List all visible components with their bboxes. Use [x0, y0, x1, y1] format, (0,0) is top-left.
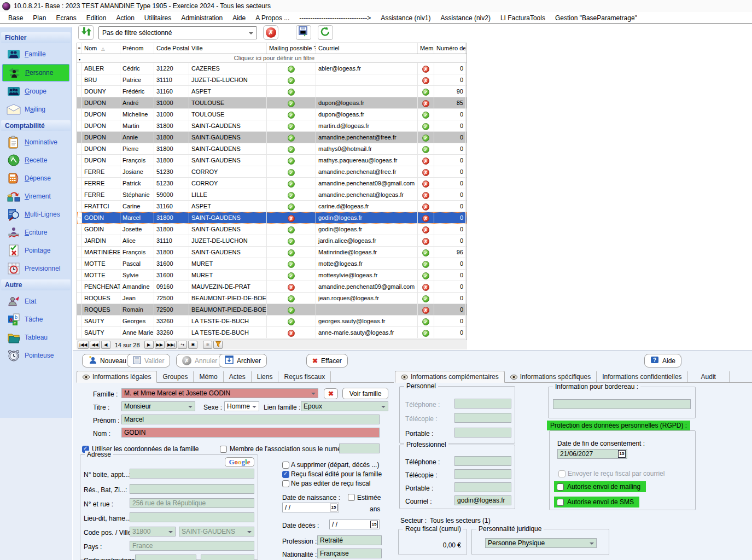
menu-item[interactable]: Assistance (niv1): [376, 13, 435, 23]
sidebar-item-etat[interactable]: Etat: [2, 293, 69, 310]
column-header-prenom[interactable]: Prénom: [120, 43, 154, 54]
voir-famille-button[interactable]: Voir famille: [342, 388, 388, 399]
filter-dropdown[interactable]: Pas de filtre sélectionné: [98, 26, 257, 39]
sidebar-item-ecriture[interactable]: Ecriture: [2, 224, 69, 241]
effacer-button[interactable]: ✖ Effacer: [306, 354, 348, 368]
tab-informations-confidentielles[interactable]: Informations confidentielles: [597, 371, 687, 382]
sidebar-item-pointeuse[interactable]: Pointeuse: [2, 347, 69, 364]
sidebar-item-depense[interactable]: Dépense: [2, 170, 69, 186]
tel-pro-field[interactable]: [454, 456, 511, 466]
autorise-sms-checkbox[interactable]: [557, 499, 564, 506]
table-row[interactable]: SAUTYAnne Marie33260LA TESTE-DE-BUCH✗ann…: [77, 327, 467, 339]
table-row[interactable]: FRATTCICarine31160ASPET✓carine.d@logeas.…: [77, 201, 467, 212]
table-row[interactable]: DUPONAnnie31800SAINT-GAUDENS✓amandine.pe…: [77, 132, 467, 143]
calendar-icon[interactable]: 15: [618, 450, 626, 458]
membre-association-checkbox[interactable]: [220, 446, 227, 453]
table-row[interactable]: PENCHENATAmandine09160MAUVEZIN-DE-PRAT✗a…: [77, 281, 467, 293]
date-naissance-field[interactable]: / /15: [282, 503, 339, 512]
sidebar-item-mailing[interactable]: Mailing: [2, 101, 69, 118]
tab-groupes[interactable]: Groupes: [157, 371, 194, 382]
fax-perso-field[interactable]: [454, 413, 511, 423]
lieu-dit-field[interactable]: [130, 512, 254, 522]
sidebar-item-nominative[interactable]: Nominative: [2, 134, 69, 150]
menu-item[interactable]: Gestion "BaseParametrage": [550, 13, 642, 23]
calendar-icon[interactable]: 15: [370, 521, 378, 528]
table-row[interactable]: JARDINAlice31110JUZET-DE-LUCHON✓jardin.a…: [77, 235, 467, 247]
menu-item[interactable]: Aide: [228, 13, 250, 23]
recu-fiscal-famille-checkbox[interactable]: [282, 471, 289, 478]
tel-perso-field[interactable]: [454, 399, 511, 409]
table-row[interactable]: BRUPatrice31110JUZET-DE-LUCHON✓✗0: [77, 74, 467, 86]
prenom-field[interactable]: Marcel: [121, 415, 380, 424]
boite-field[interactable]: [130, 469, 254, 479]
nav-last-button[interactable]: ▶▶|: [166, 341, 177, 349]
filter-definition-row[interactable]: ▾ Cliquez ici pour définir un filtre: [77, 54, 467, 63]
code-postal-dropdown[interactable]: 31800: [130, 527, 176, 536]
menu-item[interactable]: Plan: [28, 13, 51, 23]
refresh-filter-button[interactable]: [318, 25, 333, 40]
table-row[interactable]: ABLERCédric31220CAZERES✓abler@logeas.fr✗…: [77, 63, 467, 74]
courriel-field[interactable]: godin@logeas.fr: [454, 495, 511, 505]
table-row[interactable]: DUPONFrançois31800SAINT-GAUDENS✓mathys.p…: [77, 155, 467, 166]
bordereau-field[interactable]: [553, 399, 691, 409]
autorise-mailing-option[interactable]: Autorise envoi de mailing: [554, 481, 646, 492]
tab-actes[interactable]: Actes: [224, 371, 252, 382]
clear-filter-button[interactable]: ✗: [263, 25, 278, 40]
tab-recus-fiscaux[interactable]: Reçus fiscaux: [278, 371, 331, 382]
table-row[interactable]: DUPONPierre31800SAINT-GAUDENS✓mathys0@ho…: [77, 143, 467, 155]
sexe-dropdown[interactable]: Homme: [224, 401, 259, 411]
nav-prev-button[interactable]: ◀: [101, 341, 110, 349]
tab-informations-complementaires[interactable]: Informations complémentaires: [395, 371, 505, 383]
tab-memo[interactable]: Mémo: [194, 371, 223, 382]
menu-item[interactable]: Base: [3, 13, 28, 23]
nav-filter-button[interactable]: [213, 341, 223, 349]
menu-item[interactable]: Ecrans: [51, 13, 81, 23]
menu-item[interactable]: Action: [111, 13, 139, 23]
menu-item[interactable]: LI FacturaTools: [495, 13, 550, 23]
nationalite-field[interactable]: Française: [317, 549, 382, 558]
table-row[interactable]: DUPONMicheline31000TOULOUSE✓dupon@logeas…: [77, 109, 467, 120]
a-supprimer-checkbox[interactable]: [282, 462, 289, 469]
pas-recu-fiscal-checkbox[interactable]: [282, 480, 289, 487]
column-header-numero[interactable]: Numéro de r: [434, 43, 466, 54]
table-row[interactable]: DOUNYFrédéric31160ASPET✓✓90: [77, 86, 467, 97]
calendar-icon[interactable]: 15: [330, 504, 337, 511]
sidebar-item-tableau[interactable]: Tableau: [2, 329, 69, 346]
estimee-checkbox[interactable]: [348, 494, 355, 501]
menu-item[interactable]: ------------------------------->: [294, 13, 376, 23]
save-filter-button[interactable]: [296, 25, 311, 40]
table-row[interactable]: FERREStéphanie59000LILLE✓amandine.penche…: [77, 189, 467, 201]
envoyer-recu-courriel-checkbox[interactable]: [558, 470, 566, 477]
sidebar-item-pointage[interactable]: Pointage: [2, 242, 69, 259]
fax-pro-field[interactable]: [454, 469, 511, 479]
titre-dropdown[interactable]: Monsieur: [121, 401, 195, 411]
personnalite-dropdown[interactable]: Personne Physique: [485, 538, 597, 548]
sort-button[interactable]: [78, 25, 94, 40]
nav-goto-button[interactable]: ↪: [178, 341, 187, 349]
column-header-code-postal[interactable]: Code Postal: [154, 43, 189, 54]
pays-field[interactable]: France: [130, 541, 254, 551]
portable-pro-field[interactable]: [454, 482, 511, 492]
sidebar-item-recette[interactable]: Recette: [2, 152, 69, 168]
ville-dropdown[interactable]: SAINT-GAUDENS: [179, 527, 254, 536]
tab-audit[interactable]: Audit: [688, 371, 730, 382]
autorise-sms-option[interactable]: Autorise envoi de SMS: [554, 497, 639, 508]
nav-rewind-button[interactable]: ◀◀: [90, 341, 100, 349]
table-row[interactable]: DUPONAndré31000TOULOUSE✓dupon@logeas.fr✗…: [77, 97, 467, 109]
lien-famille-dropdown[interactable]: Epoux: [301, 401, 388, 411]
date-deces-field[interactable]: / /15: [329, 520, 380, 529]
profession-field[interactable]: Retraité: [317, 535, 382, 545]
table-row[interactable]: SAUTYGeorges33260LA TESTE-DE-BUCH✓george…: [77, 316, 467, 327]
table-row[interactable]: MOTTESylvie31600MURET✓mottesylvie@logeas…: [77, 270, 467, 281]
code-routage-field[interactable]: [201, 555, 254, 560]
sidebar-item-virement[interactable]: Virement: [2, 188, 69, 205]
code-rue-field[interactable]: [135, 555, 196, 560]
sidebar-item-multi-lignes[interactable]: Multi-Lignes: [2, 206, 69, 223]
tab-informations-specifiques[interactable]: Informations spécifiques: [505, 371, 597, 382]
archiver-button[interactable]: Archiver: [219, 354, 267, 368]
menu-item[interactable]: Utilitaires: [139, 13, 176, 23]
nav-insert-button[interactable]: ✱: [188, 341, 197, 349]
consentement-date-field[interactable]: 21/06/202715: [557, 449, 627, 459]
menu-item[interactable]: Assistance (niv2): [436, 13, 495, 23]
sidebar-item-famille[interactable]: Famille: [2, 46, 69, 62]
